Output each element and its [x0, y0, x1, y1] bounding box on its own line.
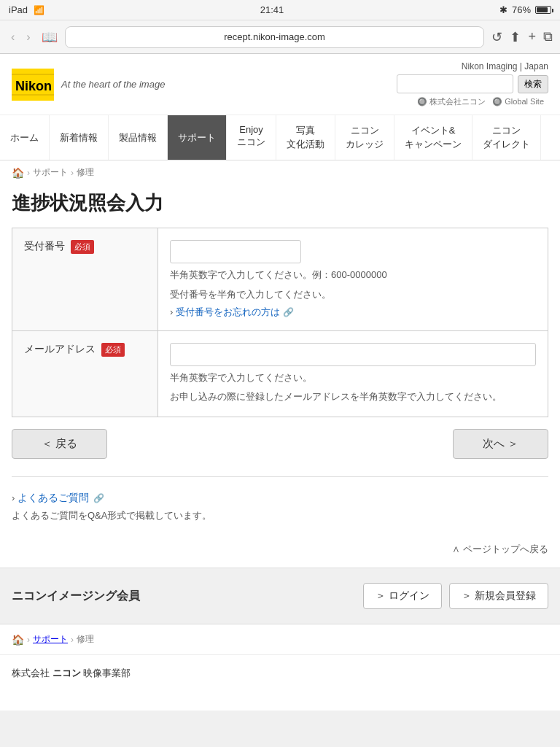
header-right: Nikon Imaging | Japan 検索 🔘 株式会社ニコン 🔘 Glo…: [397, 61, 548, 107]
email-label-cell: メールアドレス 必須: [12, 331, 158, 417]
global-site-link[interactable]: Global Site: [505, 97, 544, 106]
reception-label: 受付番号: [24, 240, 65, 253]
breadcrumb: 🏠 › サポート › 修理: [0, 160, 560, 185]
back-to-top-link[interactable]: ∧ ページトップへ戻る: [452, 543, 548, 554]
page-content: Nikon At the heart of the image Nikon Im…: [0, 54, 560, 711]
device-label: iPad: [9, 4, 28, 15]
link-icon-2: 🔘: [492, 97, 502, 106]
nav-news[interactable]: 新着情報: [50, 115, 109, 160]
company-link[interactable]: 株式会社ニコン: [429, 97, 486, 106]
brand-label: Nikon Imaging | Japan: [397, 61, 548, 71]
member-section: ニコンイメージング会員 ＞ ログイン ＞ 新規会員登録: [0, 568, 560, 624]
nav-college[interactable]: ニコン カレッジ: [335, 115, 394, 160]
login-button[interactable]: ＞ ログイン: [363, 583, 442, 609]
member-buttons: ＞ ログイン ＞ 新規会員登録: [363, 583, 548, 609]
reception-number-input[interactable]: [170, 240, 301, 263]
wifi-icon: 📶: [34, 5, 44, 15]
home-icon[interactable]: 🏠: [12, 167, 24, 179]
nav-support[interactable]: サポート: [168, 115, 227, 160]
share-button[interactable]: ⬆: [510, 29, 521, 45]
tabs-button[interactable]: ⧉: [543, 29, 553, 44]
back-to-top: ∧ ページトップへ戻る: [0, 531, 560, 568]
footer: 株式会社 ニコン 映像事業部: [0, 654, 560, 692]
next-button[interactable]: 次へ ＞: [453, 429, 548, 459]
svg-text:Nikon: Nikon: [15, 79, 52, 93]
page-title: 進捗状況照会入力: [0, 185, 560, 228]
reception-input-cell: 半角英数字で入力してください。例：600-0000000 受付番号を半角で入力し…: [158, 228, 548, 330]
clock: 21:41: [260, 4, 284, 15]
nikon-header: Nikon At the heart of the image Nikon Im…: [0, 54, 560, 115]
link-icon-1: 🔘: [417, 97, 427, 106]
email-input-cell: 半角英数字で入力してください。 お申し込みの際に登録したメールアドレスを半角英数…: [158, 331, 548, 417]
email-input[interactable]: [170, 343, 536, 366]
battery-icon: [535, 6, 551, 14]
breadcrumb-support[interactable]: サポート: [33, 166, 68, 179]
nav-direct[interactable]: ニコン ダイレクト: [472, 115, 541, 160]
back-button[interactable]: ‹: [7, 29, 18, 45]
email-label: メールアドレス: [24, 343, 96, 356]
browser-chrome: ‹ › 📖 recept.nikon-image.com ↺ ⬆ + ⧉: [0, 20, 560, 54]
reception-label-cell: 受付番号 必須: [12, 228, 158, 330]
forward-button[interactable]: ›: [23, 29, 34, 45]
main-nav: ホーム 新着情報 製品情報 サポート Enjoy ニコン 写真 文化活動 ニコン…: [0, 115, 560, 160]
email-required-badge: 必須: [101, 343, 125, 357]
bookmarks-icon[interactable]: 📖: [42, 29, 58, 45]
nav-products[interactable]: 製品情報: [109, 115, 168, 160]
forget-number-link[interactable]: 受付番号をお忘れの方は: [176, 306, 280, 317]
form-row-reception: 受付番号 必須 半角英数字で入力してください。例：600-0000000 受付番…: [12, 228, 548, 331]
nikon-logo-svg: Nikon: [12, 69, 54, 101]
nav-photo[interactable]: 写真 文化活動: [276, 115, 335, 160]
status-bar: iPad 📶 21:41 ✱ 76%: [0, 0, 560, 20]
footer-breadcrumb: 🏠 › サポート › 修理: [0, 624, 560, 654]
reload-button[interactable]: ↺: [491, 29, 502, 45]
footer-breadcrumb-support[interactable]: サポート: [33, 633, 68, 646]
breadcrumb-repair: 修理: [77, 166, 94, 179]
header-links: 🔘 株式会社ニコン 🔘 Global Site: [397, 96, 548, 107]
register-button[interactable]: ＞ 新規会員登録: [449, 583, 548, 609]
footer-breadcrumb-repair: 修理: [77, 633, 94, 646]
new-tab-button[interactable]: +: [528, 29, 536, 44]
email-hint1: 半角英数字で入力してください。: [170, 371, 536, 386]
back-button[interactable]: ＜ 戻る: [12, 429, 107, 459]
url-bar[interactable]: recept.nikon-image.com: [65, 26, 485, 48]
battery-percent: 76%: [512, 4, 531, 15]
form-row-email: メールアドレス 必須 半角英数字で入力してください。 お申し込みの際に登録したメ…: [12, 331, 548, 417]
nav-events[interactable]: イベント& キャンペーン: [394, 115, 472, 160]
nikon-logo: Nikon: [12, 69, 54, 101]
reception-hint1: 半角英数字で入力してください。例：600-0000000: [170, 268, 536, 283]
footer-home-icon[interactable]: 🏠: [12, 634, 24, 646]
form-buttons: ＜ 戻る 次へ ＞: [0, 417, 560, 471]
search-input[interactable]: [397, 74, 513, 93]
bluetooth-icon: ✱: [499, 4, 508, 15]
member-title: ニコンイメージング会員: [12, 589, 140, 604]
email-hint2: お申し込みの際に登録したメールアドレスを半角英数字で入力してください。: [170, 390, 536, 405]
faq-section: › よくあるご質問 🔗 よくあるご質問をQ&A形式で掲載しています。: [0, 483, 560, 531]
reception-required-badge: 必須: [71, 240, 94, 254]
nav-enjoy[interactable]: Enjoy ニコン: [227, 115, 276, 160]
reception-hint2: 受付番号を半角で入力してください。: [170, 287, 536, 303]
search-button[interactable]: 検索: [518, 75, 548, 93]
footer-company: 株式会社 ニコン 映像事業部: [12, 667, 548, 680]
faq-description: よくあるご質問をQ&A形式で掲載しています。: [12, 509, 548, 522]
nav-home[interactable]: ホーム: [0, 115, 50, 160]
inquiry-form: 受付番号 必須 半角英数字で入力してください。例：600-0000000 受付番…: [12, 228, 548, 417]
faq-link[interactable]: よくあるご質問: [18, 492, 89, 503]
nikon-tagline: At the heart of the image: [61, 79, 165, 90]
divider: [12, 476, 548, 477]
